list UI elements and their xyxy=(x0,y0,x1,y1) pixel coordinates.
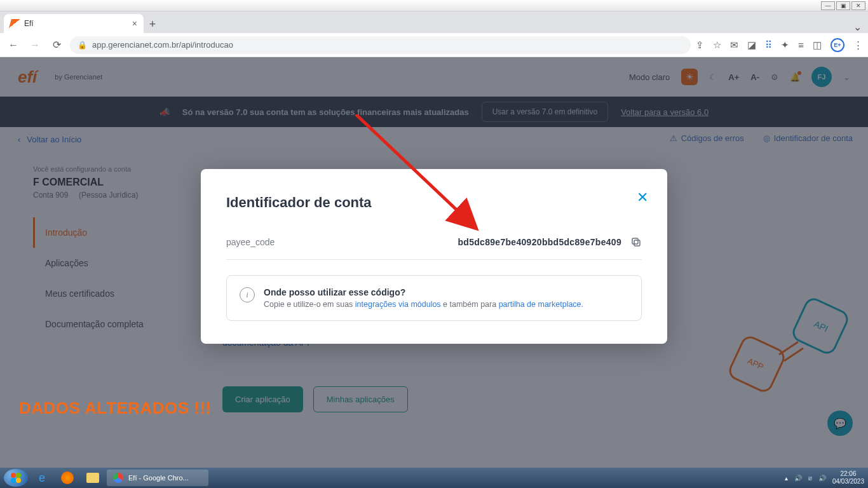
chrome-icon xyxy=(113,473,123,483)
taskbar-ie-icon[interactable]: e xyxy=(31,470,53,486)
back-button[interactable]: ← xyxy=(5,37,22,53)
info-box: i Onde posso utilizar esse código? Copie… xyxy=(226,275,642,321)
info-title: Onde posso utilizar esse código? xyxy=(264,287,583,297)
browser-tabstrip: Efí × + ⌄ xyxy=(0,11,868,33)
os-titlebar: — ▣ ✕ xyxy=(0,0,868,11)
taskbar-chrome-active[interactable]: Efí - Google Chro... xyxy=(107,470,208,486)
close-window-icon[interactable]: ✕ xyxy=(851,1,865,10)
payee-code-value: bd5dc89e7be40920bbd5dc89e7be409 xyxy=(458,237,621,247)
info-text: Copie e utilize-o em suas integrações vi… xyxy=(264,300,583,309)
tray-volume-icon[interactable]: 🔊 xyxy=(794,475,802,482)
payee-code-label: payee_code xyxy=(226,237,275,247)
svg-point-10 xyxy=(16,473,21,478)
svg-point-9 xyxy=(11,473,16,478)
mail-icon[interactable]: ✉ xyxy=(730,39,738,51)
svg-rect-6 xyxy=(634,240,640,246)
profile-ext-icon[interactable]: E+ xyxy=(831,38,844,52)
modal-title: Identificador de conta xyxy=(226,194,642,211)
svg-rect-7 xyxy=(632,238,638,244)
marketplace-link[interactable]: partilha de marketplace xyxy=(499,300,581,309)
translate-icon[interactable]: ⠿ xyxy=(765,39,772,51)
camera-icon[interactable]: ◪ xyxy=(747,39,756,51)
menu-icon[interactable]: ⋮ xyxy=(853,39,863,51)
tray-clock[interactable]: 22:06 04/03/2023 xyxy=(832,470,864,485)
identifier-modal: Identificador de conta ✕ payee_code bd5d… xyxy=(201,169,667,344)
url-text: app.gerencianet.com.br/api/introducao xyxy=(92,40,233,50)
maximize-icon[interactable]: ▣ xyxy=(836,1,850,10)
tray-volume2-icon[interactable]: 🔊 xyxy=(818,475,826,482)
favicon-icon xyxy=(9,19,20,28)
page-viewport: efí by Gerencianet Modo claro ☀ ☾ A+ A- … xyxy=(0,57,868,469)
taskbar-explorer-icon[interactable] xyxy=(81,470,104,486)
bookmark-icon[interactable]: ☆ xyxy=(713,39,721,51)
minimize-icon[interactable]: — xyxy=(821,1,835,10)
reload-button[interactable]: ⟳ xyxy=(48,37,65,53)
integrations-link[interactable]: integrações via módulos xyxy=(355,300,441,309)
tab-title: Efí xyxy=(24,19,34,28)
tab-close-icon[interactable]: × xyxy=(132,18,137,29)
svg-point-12 xyxy=(16,478,21,483)
browser-toolbar: ← → ⟳ 🔒 app.gerencianet.com.br/api/intro… xyxy=(0,33,868,57)
tray-time: 22:06 xyxy=(832,470,864,478)
windows-icon xyxy=(10,471,22,484)
copy-icon[interactable] xyxy=(630,236,642,248)
start-button[interactable] xyxy=(4,469,28,487)
payee-code-row: payee_code bd5dc89e7be40920bbd5dc89e7be4… xyxy=(226,236,642,260)
svg-point-11 xyxy=(11,478,16,483)
tray-show-hidden-icon[interactable]: ▴ xyxy=(785,475,788,482)
info-icon: i xyxy=(240,287,255,302)
side-panel-icon[interactable]: ◫ xyxy=(813,39,822,51)
browser-tab[interactable]: Efí × xyxy=(4,14,144,33)
address-bar[interactable]: 🔒 app.gerencianet.com.br/api/introducao xyxy=(70,36,691,54)
lock-icon: 🔒 xyxy=(78,41,87,50)
share-icon[interactable]: ⇪ xyxy=(696,39,704,51)
tray-date: 04/03/2023 xyxy=(832,478,864,485)
taskbar-active-label: Efí - Google Chro... xyxy=(128,474,189,482)
taskbar: e Efí - Google Chro... ▴ 🔊 ⎚ 🔊 22:06 04/… xyxy=(0,468,868,488)
close-icon[interactable]: ✕ xyxy=(637,189,648,206)
tabs-dropdown-icon[interactable]: ⌄ xyxy=(847,21,868,33)
system-tray: ▴ 🔊 ⎚ 🔊 22:06 04/03/2023 xyxy=(785,470,864,485)
taskbar-firefox-icon[interactable] xyxy=(56,470,79,486)
tray-network-icon[interactable]: ⎚ xyxy=(808,475,812,482)
forward-button: → xyxy=(27,37,43,53)
reading-list-icon[interactable]: ≡ xyxy=(798,39,804,50)
new-tab-button[interactable]: + xyxy=(144,15,161,33)
watermark-text: DADOS ALTERADOS !!! xyxy=(19,398,212,418)
extensions-icon[interactable]: ✦ xyxy=(781,39,789,51)
